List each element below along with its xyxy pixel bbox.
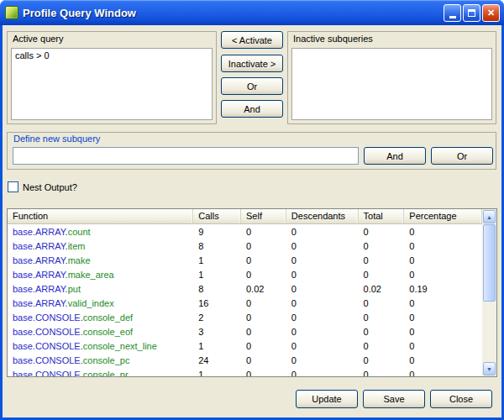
active-query-panel: Active query calls > 0: [7, 31, 217, 124]
nest-output-row[interactable]: Nest Output?: [8, 181, 77, 192]
column-header-descendants[interactable]: Descendants: [286, 209, 359, 223]
total-cell: 0: [359, 341, 405, 351]
percentage-cell: 0: [404, 312, 482, 323]
column-header-function[interactable]: Function: [8, 209, 193, 223]
self-cell: 0: [241, 327, 286, 337]
total-cell: 0: [359, 298, 405, 308]
app-icon: [5, 6, 18, 19]
table-row[interactable]: base.CONSOLE.console_pc240000: [8, 353, 482, 367]
total-cell: 0: [359, 255, 405, 265]
maximize-button[interactable]: [463, 4, 480, 22]
activate-button[interactable]: < Activate: [221, 31, 283, 49]
column-header-self[interactable]: Self: [241, 209, 286, 223]
total-cell: 0.02: [359, 284, 405, 294]
descendants-cell: 0: [286, 284, 359, 294]
results-table: Function Calls Self Descendants Total Pe…: [7, 208, 497, 377]
scroll-down-button[interactable]: ▼: [483, 362, 496, 375]
function-cell: base.ARRAY.put: [8, 284, 193, 294]
titlebar-buttons: ✕: [444, 4, 500, 22]
total-cell: 0: [359, 312, 405, 323]
function-feature: console_pr: [83, 370, 129, 377]
function-cell: base.CONSOLE.console_pc: [8, 355, 193, 365]
table-row[interactable]: base.ARRAY.item80000: [8, 239, 482, 253]
scroll-up-button[interactable]: ▲: [483, 210, 496, 223]
percentage-cell: 0: [404, 355, 482, 365]
function-feature: put: [68, 284, 81, 294]
subquery-input[interactable]: [13, 147, 359, 165]
define-subquery-groupbox: Define new subquery And Or: [7, 132, 496, 170]
and-define-button[interactable]: And: [364, 147, 426, 165]
function-prefix: base.CONSOLE.: [13, 370, 83, 377]
close-button[interactable]: ✕: [482, 4, 500, 22]
table-row[interactable]: base.ARRAY.count90000: [8, 224, 482, 239]
active-query-item[interactable]: calls > 0: [15, 50, 208, 60]
function-cell: base.CONSOLE.console_eof: [8, 327, 193, 337]
calls-cell: 1: [193, 270, 241, 280]
total-cell: 0: [359, 370, 405, 377]
percentage-cell: 0: [404, 370, 482, 377]
active-query-list[interactable]: calls > 0: [11, 48, 213, 120]
inactive-subqueries-panel: Inactive subqueries: [287, 31, 496, 124]
table-row[interactable]: base.ARRAY.make_area10000: [8, 267, 482, 281]
column-header-percentage[interactable]: Percentage: [404, 209, 482, 223]
descendants-cell: 0: [286, 227, 359, 237]
percentage-cell: 0: [404, 298, 482, 308]
calls-cell: 8: [193, 241, 241, 251]
maximize-icon: [468, 9, 475, 17]
self-cell: 0.02: [241, 284, 286, 294]
function-cell: base.CONSOLE.console_pr: [8, 370, 193, 377]
and-transfer-button[interactable]: And: [221, 100, 283, 118]
table-row[interactable]: base.CONSOLE.console_eof30000: [8, 324, 482, 339]
nest-output-checkbox[interactable]: [8, 181, 18, 192]
descendants-cell: 0: [286, 341, 359, 351]
total-cell: 0: [359, 327, 405, 337]
percentage-cell: 0: [404, 241, 482, 251]
calls-cell: 1: [193, 370, 241, 377]
inactive-subqueries-label: Inactive subqueries: [293, 34, 373, 44]
table-row[interactable]: base.ARRAY.make10000: [8, 253, 482, 267]
profile-query-window: Profile Query Window ✕ Active query call…: [0, 0, 504, 420]
save-button[interactable]: Save: [363, 390, 425, 408]
percentage-cell: 0: [404, 327, 482, 337]
minimize-icon: [449, 16, 456, 18]
self-cell: 0: [241, 298, 286, 308]
calls-cell: 9: [193, 227, 241, 237]
table-header: Function Calls Self Descendants Total Pe…: [8, 209, 482, 224]
self-cell: 0: [241, 370, 286, 377]
close-dialog-button[interactable]: Close: [430, 390, 492, 408]
function-cell: base.ARRAY.make: [8, 255, 193, 265]
function-feature: make: [68, 255, 91, 265]
or-transfer-button[interactable]: Or: [221, 77, 283, 95]
percentage-cell: 0.19: [404, 284, 482, 294]
column-header-total[interactable]: Total: [359, 209, 405, 223]
column-header-calls[interactable]: Calls: [193, 209, 241, 223]
descendants-cell: 0: [286, 312, 359, 323]
minimize-button[interactable]: [444, 4, 461, 22]
scrollbar-thumb[interactable]: [483, 224, 496, 302]
calls-cell: 24: [193, 355, 241, 365]
self-cell: 0: [241, 355, 286, 365]
table-row[interactable]: base.CONSOLE.console_pr10000: [8, 367, 482, 376]
inactive-subqueries-list[interactable]: [291, 48, 492, 120]
table-row[interactable]: base.CONSOLE.console_def20000: [8, 310, 482, 324]
self-cell: 0: [241, 241, 286, 251]
table-row[interactable]: base.ARRAY.valid_index160000: [8, 296, 482, 310]
descendants-cell: 0: [286, 241, 359, 251]
total-cell: 0: [359, 241, 405, 251]
function-prefix: base.ARRAY.: [13, 298, 68, 308]
update-button[interactable]: Update: [296, 390, 358, 408]
function-feature: console_def: [83, 312, 133, 323]
inactivate-button[interactable]: Inactivate >: [221, 55, 283, 72]
function-cell: base.ARRAY.make_area: [8, 270, 193, 280]
table-body: base.ARRAY.count90000base.ARRAY.item8000…: [8, 224, 482, 376]
or-define-button[interactable]: Or: [431, 147, 493, 165]
titlebar[interactable]: Profile Query Window ✕: [0, 0, 504, 25]
percentage-cell: 0: [404, 270, 482, 280]
results-table-content: Function Calls Self Descendants Total Pe…: [8, 209, 482, 376]
function-feature: count: [68, 227, 91, 237]
table-row[interactable]: base.ARRAY.put80.0200.020.19: [8, 281, 482, 296]
table-row[interactable]: base.CONSOLE.console_next_line10000: [8, 339, 482, 353]
function-prefix: base.ARRAY.: [13, 227, 68, 237]
vertical-scrollbar[interactable]: ▲ ▼: [482, 209, 496, 376]
percentage-cell: 0: [404, 255, 482, 265]
